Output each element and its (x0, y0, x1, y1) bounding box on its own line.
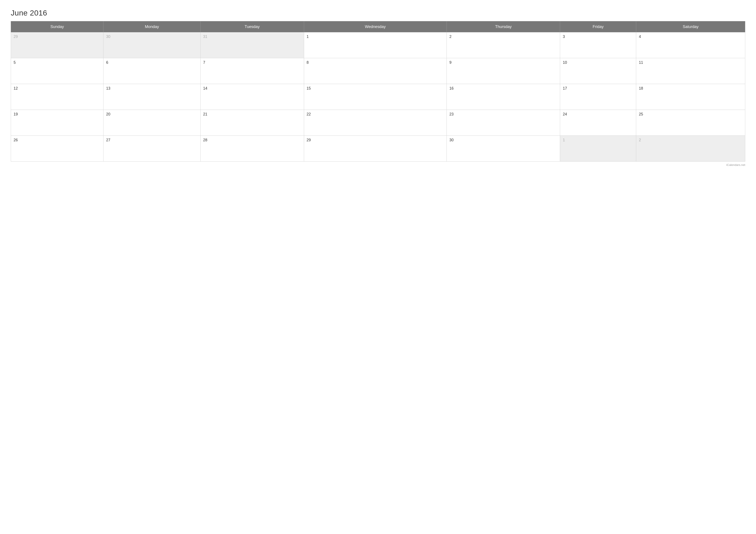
calendar-day[interactable]: 3 (560, 32, 636, 58)
calendar-week-row: 567891011 (11, 58, 745, 84)
calendar-week-row: 262728293012 (11, 136, 745, 162)
calendar-day[interactable]: 5 (11, 58, 103, 84)
calendar-day[interactable]: 6 (103, 58, 201, 84)
calendar-week-row: 19202122232425 (11, 110, 745, 136)
calendar-day[interactable]: 4 (636, 32, 745, 58)
calendar-day[interactable]: 19 (11, 110, 103, 136)
calendar-day[interactable]: 29 (11, 32, 103, 58)
calendar-day[interactable]: 30 (103, 32, 201, 58)
calendar-day[interactable]: 18 (636, 84, 745, 110)
calendar-day[interactable]: 24 (560, 110, 636, 136)
header-friday: Friday (560, 21, 636, 32)
calendar-day[interactable]: 26 (11, 136, 103, 162)
calendar-day[interactable]: 16 (447, 84, 560, 110)
calendar-day[interactable]: 21 (201, 110, 304, 136)
calendar-day[interactable]: 1 (560, 136, 636, 162)
calendar-title: June 2016 (11, 9, 745, 17)
calendar-day[interactable]: 9 (447, 58, 560, 84)
calendar-table: SundayMondayTuesdayWednesdayThursdayFrid… (11, 21, 745, 162)
calendar-day[interactable]: 17 (560, 84, 636, 110)
calendar-day[interactable]: 14 (201, 84, 304, 110)
header-monday: Monday (103, 21, 201, 32)
calendar-day[interactable]: 31 (201, 32, 304, 58)
header-wednesday: Wednesday (304, 21, 447, 32)
calendar-day[interactable]: 25 (636, 110, 745, 136)
calendar-week-row: 12131415161718 (11, 84, 745, 110)
calendar-day[interactable]: 27 (103, 136, 201, 162)
calendar-day[interactable]: 7 (201, 58, 304, 84)
header-thursday: Thursday (447, 21, 560, 32)
calendar-day[interactable]: 2 (447, 32, 560, 58)
calendar-day[interactable]: 11 (636, 58, 745, 84)
calendar-day[interactable]: 10 (560, 58, 636, 84)
header-saturday: Saturday (636, 21, 745, 32)
calendar-header-row: SundayMondayTuesdayWednesdayThursdayFrid… (11, 21, 745, 32)
calendar-day[interactable]: 15 (304, 84, 447, 110)
calendar-day[interactable]: 23 (447, 110, 560, 136)
calendar-day[interactable]: 13 (103, 84, 201, 110)
calendar-day[interactable]: 12 (11, 84, 103, 110)
header-sunday: Sunday (11, 21, 103, 32)
calendar-day[interactable]: 22 (304, 110, 447, 136)
calendar-day[interactable]: 28 (201, 136, 304, 162)
calendar-day[interactable]: 1 (304, 32, 447, 58)
watermark: iCalendars.net (11, 163, 745, 166)
calendar-day[interactable]: 2 (636, 136, 745, 162)
calendar-day[interactable]: 30 (447, 136, 560, 162)
calendar-day[interactable]: 29 (304, 136, 447, 162)
calendar-week-row: 2930311234 (11, 32, 745, 58)
calendar-day[interactable]: 8 (304, 58, 447, 84)
calendar-day[interactable]: 20 (103, 110, 201, 136)
header-tuesday: Tuesday (201, 21, 304, 32)
